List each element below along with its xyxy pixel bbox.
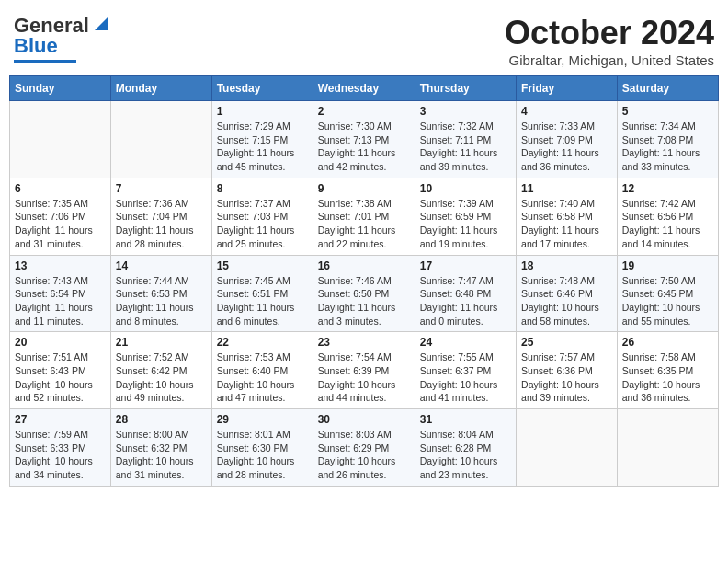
calendar-cell: 19Sunrise: 7:50 AMSunset: 6:45 PMDayligh…: [617, 255, 718, 332]
calendar-cell: 17Sunrise: 7:47 AMSunset: 6:48 PMDayligh…: [415, 255, 516, 332]
day-info: Sunrise: 7:51 AMSunset: 6:43 PMDaylight:…: [15, 350, 106, 405]
col-sunday: Sunday: [10, 76, 111, 101]
col-monday: Monday: [110, 76, 211, 101]
col-wednesday: Wednesday: [313, 76, 415, 101]
day-info: Sunrise: 7:48 AMSunset: 6:46 PMDaylight:…: [521, 274, 612, 328]
calendar-cell: 5Sunrise: 7:34 AMSunset: 7:08 PMDaylight…: [617, 101, 718, 178]
day-number: 28: [116, 413, 207, 426]
day-info: Sunrise: 7:29 AMSunset: 7:15 PMDaylight:…: [217, 120, 308, 174]
calendar-cell: 28Sunrise: 8:00 AMSunset: 6:32 PMDayligh…: [110, 409, 211, 487]
day-number: 7: [116, 182, 207, 195]
calendar-cell: 20Sunrise: 7:51 AMSunset: 6:43 PMDayligh…: [10, 332, 111, 409]
calendar-cell: 22Sunrise: 7:53 AMSunset: 6:40 PMDayligh…: [211, 332, 313, 409]
day-info: Sunrise: 7:58 AMSunset: 6:35 PMDaylight:…: [622, 350, 713, 405]
calendar-cell: 4Sunrise: 7:33 AMSunset: 7:09 PMDaylight…: [517, 101, 618, 178]
day-info: Sunrise: 8:01 AMSunset: 6:30 PMDaylight:…: [217, 428, 308, 482]
day-info: Sunrise: 7:43 AMSunset: 6:54 PMDaylight:…: [15, 274, 106, 328]
calendar-cell: 7Sunrise: 7:36 AMSunset: 7:04 PMDaylight…: [110, 178, 211, 255]
day-info: Sunrise: 8:04 AMSunset: 6:28 PMDaylight:…: [420, 428, 511, 482]
week-row-2: 6Sunrise: 7:35 AMSunset: 7:06 PMDaylight…: [10, 178, 719, 255]
calendar-cell: 15Sunrise: 7:45 AMSunset: 6:51 PMDayligh…: [211, 255, 313, 332]
day-info: Sunrise: 7:50 AMSunset: 6:45 PMDaylight:…: [622, 274, 713, 328]
calendar-cell: 24Sunrise: 7:55 AMSunset: 6:37 PMDayligh…: [415, 332, 516, 409]
day-info: Sunrise: 7:57 AMSunset: 6:36 PMDaylight:…: [521, 350, 612, 405]
day-number: 8: [217, 182, 308, 195]
calendar-cell: 25Sunrise: 7:57 AMSunset: 6:36 PMDayligh…: [517, 332, 618, 409]
day-info: Sunrise: 7:47 AMSunset: 6:48 PMDaylight:…: [420, 274, 511, 328]
day-number: 5: [622, 105, 713, 118]
day-number: 1: [217, 105, 308, 118]
day-number: 29: [217, 413, 308, 426]
calendar-cell: 31Sunrise: 8:04 AMSunset: 6:28 PMDayligh…: [415, 409, 516, 487]
calendar-cell: 2Sunrise: 7:30 AMSunset: 7:13 PMDaylight…: [313, 101, 415, 178]
calendar-cell: 3Sunrise: 7:32 AMSunset: 7:11 PMDaylight…: [415, 101, 516, 178]
calendar-cell: [10, 101, 111, 178]
day-info: Sunrise: 8:00 AMSunset: 6:32 PMDaylight:…: [116, 428, 207, 482]
day-number: 16: [318, 259, 410, 272]
day-number: 15: [217, 259, 308, 272]
day-number: 20: [15, 336, 106, 349]
calendar-header: Sunday Monday Tuesday Wednesday Thursday…: [10, 76, 719, 101]
calendar-cell: 13Sunrise: 7:43 AMSunset: 6:54 PMDayligh…: [10, 255, 111, 332]
day-info: Sunrise: 7:37 AMSunset: 7:03 PMDaylight:…: [217, 197, 308, 251]
title-block: October 2024 Gibraltar, Michigan, United…: [505, 14, 714, 68]
day-number: 25: [521, 336, 612, 349]
day-number: 21: [116, 336, 207, 349]
col-saturday: Saturday: [617, 76, 718, 101]
day-info: Sunrise: 7:32 AMSunset: 7:11 PMDaylight:…: [420, 120, 511, 174]
calendar-cell: 8Sunrise: 7:37 AMSunset: 7:03 PMDaylight…: [211, 178, 313, 255]
calendar-cell: 1Sunrise: 7:29 AMSunset: 7:15 PMDaylight…: [211, 101, 313, 178]
col-friday: Friday: [517, 76, 618, 101]
day-number: 13: [15, 259, 106, 272]
logo-blue: Blue: [14, 34, 58, 58]
calendar-body: 1Sunrise: 7:29 AMSunset: 7:15 PMDaylight…: [10, 101, 719, 487]
day-number: 4: [521, 105, 612, 118]
day-number: 17: [420, 259, 511, 272]
col-thursday: Thursday: [415, 76, 516, 101]
svg-marker-0: [95, 17, 108, 30]
week-row-3: 13Sunrise: 7:43 AMSunset: 6:54 PMDayligh…: [10, 255, 719, 332]
day-info: Sunrise: 7:30 AMSunset: 7:13 PMDaylight:…: [318, 120, 410, 174]
day-info: Sunrise: 7:59 AMSunset: 6:33 PMDaylight:…: [15, 428, 106, 482]
calendar-cell: 9Sunrise: 7:38 AMSunset: 7:01 PMDaylight…: [313, 178, 415, 255]
day-number: 23: [318, 336, 410, 349]
day-info: Sunrise: 7:36 AMSunset: 7:04 PMDaylight:…: [116, 197, 207, 251]
logo: General Blue: [14, 14, 111, 63]
calendar-cell: 12Sunrise: 7:42 AMSunset: 6:56 PMDayligh…: [617, 178, 718, 255]
day-number: 24: [420, 336, 511, 349]
day-number: 27: [15, 413, 106, 426]
day-number: 26: [622, 336, 713, 349]
logo-underline: [14, 60, 76, 63]
week-row-1: 1Sunrise: 7:29 AMSunset: 7:15 PMDaylight…: [10, 101, 719, 178]
calendar-cell: [617, 409, 718, 487]
day-number: 22: [217, 336, 308, 349]
page-title: October 2024: [505, 14, 714, 52]
day-number: 12: [622, 182, 713, 195]
calendar-cell: [110, 101, 211, 178]
col-tuesday: Tuesday: [211, 76, 313, 101]
day-info: Sunrise: 7:33 AMSunset: 7:09 PMDaylight:…: [521, 120, 612, 174]
day-number: 19: [622, 259, 713, 272]
day-number: 10: [420, 182, 511, 195]
day-info: Sunrise: 7:42 AMSunset: 6:56 PMDaylight:…: [622, 197, 713, 251]
day-number: 3: [420, 105, 511, 118]
day-number: 18: [521, 259, 612, 272]
day-info: Sunrise: 7:44 AMSunset: 6:53 PMDaylight:…: [116, 274, 207, 328]
day-info: Sunrise: 7:34 AMSunset: 7:08 PMDaylight:…: [622, 120, 713, 174]
day-info: Sunrise: 7:45 AMSunset: 6:51 PMDaylight:…: [217, 274, 308, 328]
day-number: 6: [15, 182, 106, 195]
page-subtitle: Gibraltar, Michigan, United States: [505, 52, 714, 68]
week-row-5: 27Sunrise: 7:59 AMSunset: 6:33 PMDayligh…: [10, 409, 719, 487]
calendar-cell: 16Sunrise: 7:46 AMSunset: 6:50 PMDayligh…: [313, 255, 415, 332]
day-info: Sunrise: 7:55 AMSunset: 6:37 PMDaylight:…: [420, 350, 511, 405]
day-info: Sunrise: 7:40 AMSunset: 6:58 PMDaylight:…: [521, 197, 612, 251]
logo-icon: [91, 14, 111, 34]
day-number: 14: [116, 259, 207, 272]
calendar-cell: 29Sunrise: 8:01 AMSunset: 6:30 PMDayligh…: [211, 409, 313, 487]
page-header: General Blue October 2024 Gibraltar, Mic…: [9, 9, 719, 68]
calendar-cell: 14Sunrise: 7:44 AMSunset: 6:53 PMDayligh…: [110, 255, 211, 332]
day-info: Sunrise: 7:35 AMSunset: 7:06 PMDaylight:…: [15, 197, 106, 251]
day-info: Sunrise: 7:39 AMSunset: 6:59 PMDaylight:…: [420, 197, 511, 251]
day-info: Sunrise: 7:52 AMSunset: 6:42 PMDaylight:…: [116, 350, 207, 405]
day-info: Sunrise: 7:53 AMSunset: 6:40 PMDaylight:…: [217, 350, 308, 405]
